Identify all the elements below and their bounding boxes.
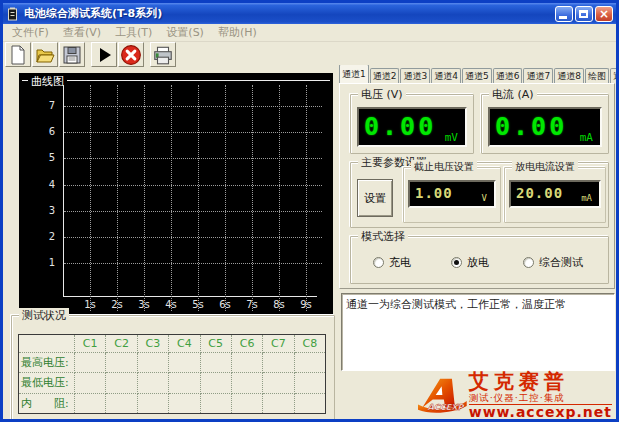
chart-y-tick-label: 6 [29,126,55,137]
chart-gridline-horizontal [64,158,322,159]
test-status-table: C1C2C3C4C5C6C7C8最高电压: 最低电压: 内 阻: [18,334,326,414]
menu-settings[interactable]: 设置(S) [161,25,213,40]
status-message-text: 通道一为综合测试模式，工作正常，温度正常 [346,298,566,311]
open-file-button[interactable] [32,42,58,67]
run-button[interactable] [91,42,117,67]
maximize-icon [579,10,588,18]
print-button[interactable] [150,42,176,67]
chart-x-tick-label: 3s [131,299,157,310]
status-column-header: C6 [231,335,262,353]
chart-gridline-horizontal [64,237,322,238]
menu-view[interactable]: 查看(V) [58,25,110,40]
chart-gridline-horizontal [64,211,322,212]
chart-x-tick-label: 6s [212,299,238,310]
status-value-cell [137,352,168,372]
test-status-title: 测试状况 [19,308,69,323]
menu-help[interactable]: 帮助(H) [213,25,266,40]
stop-button[interactable] [118,42,144,67]
close-button[interactable]: × [595,6,613,22]
accexp-a-mark-icon: ACCEXP [418,370,467,420]
cutoff-voltage-group: 截止电压设置 1.00 V [403,167,501,223]
mode-radio-label: 放电 [467,255,489,270]
discharge-current-unit: mA [581,193,592,203]
status-column-header: C3 [137,335,168,353]
logo-brand-name: 艾克赛普 [469,370,612,392]
current-group-label: 电流 (A) [489,87,537,102]
toolbar [3,41,616,68]
status-value-cell [200,352,231,372]
play-icon [94,45,114,65]
tab-channel-1[interactable]: 通道1 [339,65,369,83]
title-bar[interactable]: 电池综合测试系统(T-8系列) × [3,3,616,24]
voltage-value: 0.00 [364,110,436,144]
chart-y-axis [63,85,64,296]
mode-radio-label: 综合测试 [539,255,583,270]
radio-unchecked-icon [373,257,384,268]
chart-y-tick-label: 7 [29,100,55,111]
status-value-cell [75,393,106,413]
status-value-cell [294,393,325,413]
tab-plot[interactable]: 绘图 [585,68,609,83]
channel1-tab-panel: 电压 (V) 0.00 mV 电流 (A) 0.00 mA 主要参数设置 设置 … [339,83,615,289]
chart-gridline-vertical [171,85,172,311]
tab-channel-2[interactable]: 通道2 [370,68,400,83]
discharge-current-value: 20.00 [516,185,563,201]
tab-channel-7[interactable]: 通道7 [523,68,553,83]
chart-gridline-vertical [306,85,307,311]
current-value: 0.00 [495,110,567,144]
status-value-cell [75,373,106,393]
status-value-cell [231,352,262,372]
status-value-cell [263,373,294,393]
status-value-cell [294,352,325,372]
chart-x-tick-label: 7s [239,299,265,310]
maximize-button[interactable] [575,6,593,22]
set-params-button[interactable]: 设置 [357,179,393,217]
mode-radio-combined-test[interactable]: 综合测试 [523,255,583,270]
chart-gridline-horizontal [64,263,322,264]
tab-channel-6[interactable]: 通道6 [493,68,523,83]
curve-chart: 曲线图 1s2s3s4s5s6s7s8s9s7654321 [19,73,333,315]
new-file-button[interactable] [5,42,31,67]
tab-channel-8[interactable]: 通道8 [554,68,584,83]
status-value-cell [263,352,294,372]
chart-gridline-vertical [279,85,280,311]
voltage-group: 电压 (V) 0.00 mV [350,94,474,154]
current-display: 0.00 mA [488,107,602,147]
menu-file[interactable]: 文件(F) [7,25,58,40]
chart-frame-line [22,80,330,81]
status-value-cell [200,393,231,413]
chart-gridline-horizontal [64,132,322,133]
current-group: 电流 (A) 0.00 mA [481,94,609,154]
tab-channel-4[interactable]: 通道4 [431,68,461,83]
status-column-header: C4 [169,335,200,353]
cutoff-voltage-unit: V [482,193,487,203]
chart-gridline-vertical [252,85,253,311]
cutoff-voltage-display: 1.00 V [408,180,496,208]
status-row-label: 最高电压: [19,352,75,372]
radio-checked-icon [451,257,462,268]
tab-channel-5[interactable]: 通道5 [462,68,492,83]
status-column-header: C2 [106,335,137,353]
save-button[interactable] [59,42,85,67]
menu-tools[interactable]: 工具(T) [110,25,161,40]
chart-gridline-horizontal [64,185,322,186]
discharge-current-display: 20.00 mA [509,180,601,208]
logo-url: www.accexp.net [469,404,612,420]
new-document-icon [8,45,28,65]
chart-gridline-vertical [90,85,91,311]
status-message-box[interactable]: 通道一为综合测试模式，工作正常，温度正常 [341,293,615,371]
save-floppy-icon [62,45,82,65]
accexp-logo: ACCEXP 艾克赛普 测试·仪器·工控·集成 www.accexp.net [418,369,612,421]
status-corner-cell [19,335,75,353]
status-value-cell [263,393,294,413]
mode-radio-charge[interactable]: 充电 [373,255,411,270]
menu-bar: 文件(F)查看(V)工具(T)设置(S)帮助(H) [3,24,616,42]
status-value-cell [200,373,231,393]
mode-radio-discharge[interactable]: 放电 [451,255,489,270]
chart-x-tick-label: 9s [293,299,319,310]
main-params-group: 主要参数设置 设置 截止电压设置 1.00 V 放电电流设置 20.00 mA [350,162,609,228]
minimize-button[interactable] [555,6,573,22]
status-value-cell [106,373,137,393]
tab-general[interactable]: 通用 [610,68,617,83]
tab-channel-3[interactable]: 通道3 [400,68,430,83]
